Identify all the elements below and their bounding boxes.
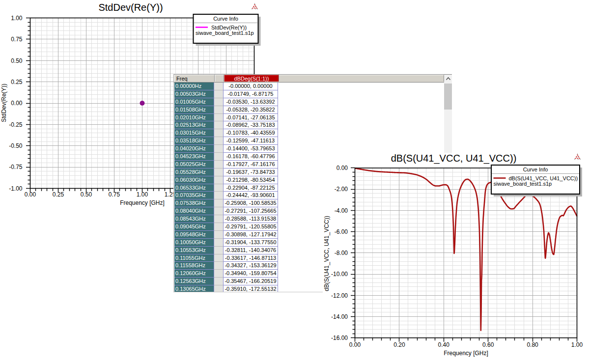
- svg-text:-2.00: -2.00: [335, 186, 348, 193]
- svg-text:dB(S(U41_VCC, U41_VCC)): dB(S(U41_VCC, U41_VCC)): [509, 175, 578, 181]
- svg-text:0.00: 0.00: [11, 100, 23, 107]
- svg-text:0.00: 0.00: [337, 165, 348, 171]
- svg-text:dB(S(U41_VCC, U41_VCC)): dB(S(U41_VCC, U41_VCC)): [323, 216, 330, 291]
- svg-text:siwave_board_test1.s1p: siwave_board_test1.s1p: [196, 30, 254, 36]
- svg-text:Curve Info: Curve Info: [213, 16, 238, 22]
- svg-text:1.00: 1.00: [137, 191, 148, 198]
- svg-text:-0.75: -0.75: [9, 164, 23, 170]
- svg-text:StdDev(Re(Y)): StdDev(Re(Y)): [211, 25, 247, 30]
- svg-text:0.50: 0.50: [81, 191, 92, 198]
- svg-text:Frequency [GHz]: Frequency [GHz]: [444, 350, 488, 357]
- svg-text:-12.00: -12.00: [331, 292, 348, 299]
- svg-text:0.25: 0.25: [53, 191, 64, 198]
- svg-text:-14.00: -14.00: [331, 313, 348, 320]
- svg-text:0.00: 0.00: [349, 341, 361, 348]
- svg-text:Curve Info: Curve Info: [523, 167, 548, 172]
- svg-text:0.20: 0.20: [393, 341, 405, 348]
- svg-text:-6.00: -6.00: [335, 228, 348, 235]
- svg-text:Frequency [GHz]: Frequency [GHz]: [120, 199, 165, 206]
- svg-text:StdDev(Re(Y)): StdDev(Re(Y)): [0, 84, 7, 122]
- svg-text:-0.25: -0.25: [9, 121, 23, 128]
- svg-text:-10.00: -10.00: [331, 271, 348, 278]
- svg-text:-8.00: -8.00: [335, 250, 348, 256]
- svg-text:-16.00: -16.00: [331, 335, 348, 341]
- svg-text:siwave_board_test1.s1p: siwave_board_test1.s1p: [494, 181, 552, 187]
- svg-text:0.50: 0.50: [11, 57, 23, 64]
- svg-text:0.80: 0.80: [527, 341, 538, 348]
- svg-text:0.75: 0.75: [11, 36, 23, 43]
- svg-text:-1.00: -1.00: [9, 185, 23, 192]
- svg-text:-4.00: -4.00: [335, 207, 348, 214]
- svg-text:StdDev(Re(Y)): StdDev(Re(Y)): [98, 2, 163, 13]
- svg-text:1.00: 1.00: [571, 341, 583, 348]
- svg-text:0.60: 0.60: [482, 341, 494, 348]
- svg-text:-0.50: -0.50: [9, 142, 23, 149]
- svg-text:0.75: 0.75: [109, 191, 120, 198]
- svg-text:0.25: 0.25: [11, 79, 23, 85]
- svg-text:1.00: 1.00: [11, 15, 23, 22]
- svg-text:dB(S(U41_VCC, U41_VCC)): dB(S(U41_VCC, U41_VCC)): [391, 153, 517, 164]
- svg-text:0.00: 0.00: [25, 191, 36, 198]
- svg-text:0.40: 0.40: [438, 341, 450, 348]
